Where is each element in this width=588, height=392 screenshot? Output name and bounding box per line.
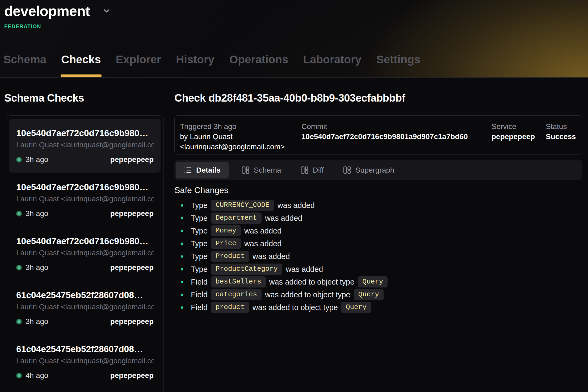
change-prefix: Type [191, 239, 208, 248]
check-time: 3h ago [26, 317, 48, 326]
check-list-item[interactable]: 10e540d7aef72c0d716c9b980… Laurin Quast … [9, 227, 161, 281]
check-time: 3h ago [26, 155, 48, 164]
nav-tab-laboratory[interactable]: Laboratory [303, 54, 361, 77]
change-prefix: Type [191, 252, 208, 261]
change-suffix: was added to object type [269, 278, 355, 286]
meta-status: Status Success [546, 122, 577, 154]
change-row: Field product was added to object type Q… [174, 301, 573, 314]
nav-tab-explorer[interactable]: Explorer [116, 54, 161, 77]
bullet-icon [181, 217, 183, 219]
check-time: 4h ago [26, 371, 48, 380]
safe-changes-title: Safe Changes [174, 185, 573, 195]
main-nav: SchemaChecksExplorerHistoryOperationsLab… [3, 54, 420, 77]
check-meta-row: 3h ago pepepepeep [16, 317, 154, 326]
change-row: Type Department was added [174, 212, 573, 224]
check-commit-title: 61c04e25475eb52f28607d08… [16, 344, 154, 354]
check-commit-title: 10e540d7aef72c0d716c9b980… [16, 128, 154, 138]
status-dot-icon [16, 265, 22, 270]
check-list-item[interactable]: 61c04e25475eb52f28607d08… Laurin Quast <… [9, 281, 161, 335]
checks-panel-title: Schema Checks [4, 92, 84, 104]
check-detail-title: Check db28f481-35aa-40b0-b8b9-303ecfabbb… [174, 92, 405, 104]
detail-tab-details[interactable]: Details [176, 162, 229, 178]
list-icon [184, 166, 192, 174]
nav-tab-history[interactable]: History [176, 54, 215, 77]
change-suffix: was added [244, 239, 282, 248]
page-title: development [4, 2, 90, 20]
check-service-name: pepepepeep [110, 263, 154, 272]
project-switcher[interactable]: development [4, 2, 111, 20]
change-code-badge: product [211, 302, 249, 313]
check-service-name: pepepepeep [110, 155, 154, 164]
change-code-badge: bestSellers [211, 276, 266, 288]
check-author: Laurin Quast <laurinquast@googlemail.co… [16, 357, 154, 365]
check-commit-title: 10e540d7aef72c0d716c9b980… [16, 182, 154, 192]
change-row: Field bestSellers was added to object ty… [174, 276, 573, 288]
change-suffix: was added [278, 201, 315, 210]
bullet-icon [181, 204, 183, 207]
safe-changes-list: Type CURRENCY_CODE was added Type Depart… [174, 199, 573, 314]
triggered-label: Triggered 3h ago [180, 122, 301, 132]
change-prefix: Field [191, 303, 208, 312]
check-author: Laurin Quast <laurinquast@googlemail.co… [16, 249, 154, 257]
change-suffix: was added [265, 214, 302, 223]
app-root: development FEDERATION SchemaChecksExplo… [0, 0, 588, 392]
change-code-badge: Product [211, 251, 249, 262]
detail-tab-schema[interactable]: Schema [235, 162, 288, 178]
change-row: Field categories was added to object typ… [174, 288, 573, 301]
commit-label: Commit [301, 122, 492, 132]
check-list-item[interactable]: 61c04e25475eb52f28607d08… Laurin Quast <… [9, 335, 161, 389]
bullet-icon [181, 268, 183, 270]
change-suffix: was added to object type [265, 290, 350, 299]
commit-value: 10e540d7aef72c0d716c9b9801a9d907c1a7bd60 [301, 132, 492, 142]
service-label: Service [492, 122, 546, 132]
check-meta-row: 3h ago pepepepeep [16, 209, 154, 218]
check-list-item[interactable]: 10e540d7aef72c0d716c9b980… Laurin Quast … [9, 119, 161, 173]
triggered-by: by Laurin Quast [180, 132, 301, 142]
change-code-badge: Money [211, 225, 241, 237]
status-dot-icon [16, 373, 22, 378]
check-service-name: pepepepeep [110, 317, 154, 326]
check-meta-row: 3h ago pepepepeep [16, 155, 154, 164]
change-target-badge: Query [358, 276, 388, 288]
meta-service: Service pepepepeep [492, 122, 546, 154]
check-author: Laurin Quast <laurinquast@googlemail.co… [16, 303, 154, 311]
change-prefix: Type [191, 227, 208, 235]
chevron-down-icon[interactable] [102, 6, 111, 15]
change-code-badge: ProductCategory [211, 264, 282, 275]
check-service-name: pepepepeep [110, 209, 154, 218]
change-target-badge: Query [341, 302, 371, 313]
change-target-badge: Query [354, 289, 384, 301]
bullet-icon [181, 294, 183, 296]
detail-tab-supergraph[interactable]: Supergraph [337, 162, 401, 178]
status-dot-icon [16, 157, 22, 162]
check-commit-title: 10e540d7aef72c0d716c9b980… [16, 236, 154, 246]
change-prefix: Field [191, 278, 208, 286]
nav-tab-schema[interactable]: Schema [3, 54, 46, 77]
check-author: Laurin Quast <laurinquast@googlemail.co… [16, 141, 154, 149]
service-value: pepepepeep [492, 132, 546, 142]
change-code-badge: Department [211, 212, 262, 224]
bullet-icon [181, 230, 183, 232]
bullet-icon [181, 306, 183, 309]
project-type-badge: FEDERATION [4, 23, 41, 30]
check-time: 3h ago [26, 263, 48, 272]
safe-changes-section: Safe Changes Type CURRENCY_CODE was adde… [174, 185, 573, 314]
check-service-name: pepepepeep [110, 371, 154, 380]
change-prefix: Field [191, 290, 208, 299]
check-list-item[interactable]: 10e540d7aef72c0d716c9b980… Laurin Quast … [9, 173, 161, 227]
change-suffix: was added [253, 252, 290, 261]
change-code-badge: Price [211, 238, 241, 249]
nav-tab-operations[interactable]: Operations [229, 54, 288, 77]
check-author: Laurin Quast <laurinquast@googlemail.co… [16, 195, 154, 203]
check-meta-row: 3h ago pepepepeep [16, 263, 154, 272]
check-time: 3h ago [26, 209, 48, 218]
nav-tab-checks[interactable]: Checks [61, 54, 101, 77]
change-row: Type Price was added [174, 237, 573, 250]
check-commit-title: 61c04e25475eb52f28607d08… [16, 290, 154, 300]
check-meta-row: 4h ago pepepepeep [16, 371, 154, 380]
change-code-badge: categories [211, 289, 262, 301]
detail-tab-diff[interactable]: Diff [294, 162, 330, 178]
change-row: Type ProductCategory was added [174, 263, 573, 276]
columns-icon [343, 166, 351, 174]
nav-tab-settings[interactable]: Settings [376, 54, 421, 77]
